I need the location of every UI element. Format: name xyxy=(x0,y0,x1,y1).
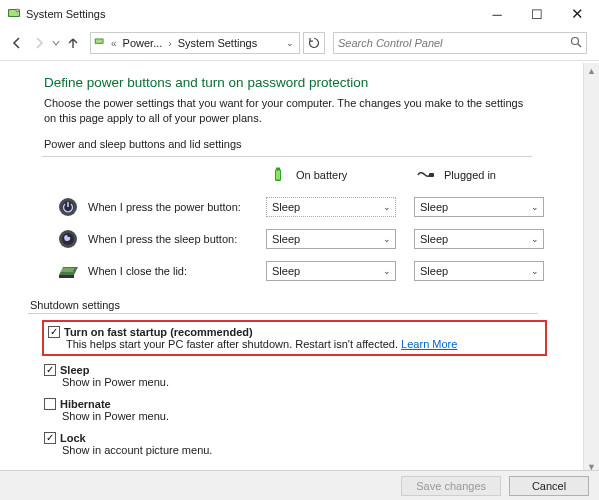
minimize-button[interactable]: ─ xyxy=(477,0,517,28)
svg-rect-11 xyxy=(429,173,434,177)
power-options-icon xyxy=(93,35,107,51)
up-button[interactable] xyxy=(62,31,84,55)
chevron-down-icon: ⌄ xyxy=(529,266,541,276)
shutdown-item-lock: Lock Show in account picture menu. xyxy=(42,430,577,458)
chevron-down-icon: ⌄ xyxy=(381,234,393,244)
combo-sleep-plugged[interactable]: Sleep⌄ xyxy=(414,229,544,249)
checkbox-sleep[interactable] xyxy=(44,364,56,376)
combo-lid-battery[interactable]: Sleep⌄ xyxy=(266,261,396,281)
lid-icon xyxy=(56,259,80,283)
svg-rect-10 xyxy=(276,170,280,179)
section-shutdown-title: Shutdown settings xyxy=(30,299,577,311)
row-power-button: When I press the power button: xyxy=(56,195,266,219)
shutdown-desc: Show in Power menu. xyxy=(62,410,575,422)
shutdown-label: Hibernate xyxy=(60,398,111,410)
row-lid: When I close the lid: xyxy=(56,259,266,283)
shutdown-item-fast-startup: Turn on fast startup (recommended) This … xyxy=(42,320,547,356)
section-divider xyxy=(42,156,532,157)
divider xyxy=(0,60,599,61)
scroll-up-icon[interactable]: ▲ xyxy=(584,63,599,79)
power-button-icon xyxy=(56,195,80,219)
address-bar[interactable]: « Power... › System Settings ⌄ xyxy=(90,32,300,54)
column-header-plugged: Plugged in xyxy=(414,163,544,187)
refresh-button[interactable] xyxy=(303,32,325,54)
combo-sleep-battery[interactable]: Sleep⌄ xyxy=(266,229,396,249)
chevron-down-icon: ⌄ xyxy=(529,234,541,244)
chevron-down-icon: ⌄ xyxy=(381,202,393,212)
search-icon[interactable] xyxy=(570,36,582,51)
svg-rect-5 xyxy=(96,39,103,43)
checkbox-fast-startup[interactable] xyxy=(48,326,60,338)
combo-lid-plugged[interactable]: Sleep⌄ xyxy=(414,261,544,281)
checkbox-hibernate[interactable] xyxy=(44,398,56,410)
shutdown-item-sleep: Sleep Show in Power menu. xyxy=(42,362,577,390)
recent-dropdown[interactable] xyxy=(50,31,62,55)
close-button[interactable]: ✕ xyxy=(557,0,597,28)
plug-icon xyxy=(414,163,438,187)
shutdown-label: Sleep xyxy=(60,364,89,376)
address-dropdown[interactable]: ⌄ xyxy=(283,38,297,48)
svg-rect-9 xyxy=(276,167,280,169)
breadcrumb-prev[interactable]: Power... xyxy=(121,37,165,49)
maximize-button[interactable]: ☐ xyxy=(517,0,557,28)
cancel-button[interactable]: Cancel xyxy=(509,476,589,496)
battery-icon xyxy=(266,163,290,187)
row-sleep-button: When I press the sleep button: xyxy=(56,227,266,251)
crumb-caret-icon: « xyxy=(109,38,119,49)
shutdown-label: Turn on fast startup (recommended) xyxy=(64,326,253,338)
svg-line-7 xyxy=(578,44,581,47)
titlebar: System Settings ─ ☐ ✕ xyxy=(0,0,599,28)
save-button[interactable]: Save changes xyxy=(401,476,501,496)
chevron-down-icon: ⌄ xyxy=(381,266,393,276)
scroll-thumb[interactable] xyxy=(585,79,599,459)
sleep-button-icon xyxy=(56,227,80,251)
page-description: Choose the power settings that you want … xyxy=(44,96,534,126)
app-icon xyxy=(6,6,22,22)
page-heading: Define power buttons and turn on passwor… xyxy=(44,75,577,90)
svg-point-3 xyxy=(17,10,19,12)
svg-point-6 xyxy=(572,37,579,44)
search-box[interactable] xyxy=(333,32,587,54)
shutdown-desc: Show in Power menu. xyxy=(62,376,575,388)
shutdown-item-hibernate: Hibernate Show in Power menu. xyxy=(42,396,577,424)
navigation-bar: « Power... › System Settings ⌄ xyxy=(0,28,599,58)
chevron-right-icon: › xyxy=(166,38,173,49)
shutdown-label: Lock xyxy=(60,432,86,444)
window-title: System Settings xyxy=(26,8,477,20)
combo-power-plugged[interactable]: Sleep⌄ xyxy=(414,197,544,217)
combo-power-battery[interactable]: Sleep⌄ xyxy=(266,197,396,217)
section-power-buttons-title: Power and sleep buttons and lid settings xyxy=(44,138,577,150)
section-divider xyxy=(28,313,538,314)
shutdown-desc: Show in account picture menu. xyxy=(62,444,575,456)
forward-button[interactable] xyxy=(28,31,50,55)
breadcrumb-current[interactable]: System Settings xyxy=(176,37,259,49)
search-input[interactable] xyxy=(338,37,570,49)
content-area: ▲ ▼ Define power buttons and turn on pas… xyxy=(0,63,599,475)
chevron-down-icon: ⌄ xyxy=(529,202,541,212)
shutdown-desc: This helps start your PC faster after sh… xyxy=(66,338,539,350)
learn-more-link[interactable]: Learn More xyxy=(401,338,457,350)
column-header-battery: On battery xyxy=(266,163,396,187)
back-button[interactable] xyxy=(6,31,28,55)
footer-bar: Save changes Cancel xyxy=(0,470,599,500)
scrollbar[interactable]: ▲ ▼ xyxy=(583,63,599,475)
checkbox-lock[interactable] xyxy=(44,432,56,444)
